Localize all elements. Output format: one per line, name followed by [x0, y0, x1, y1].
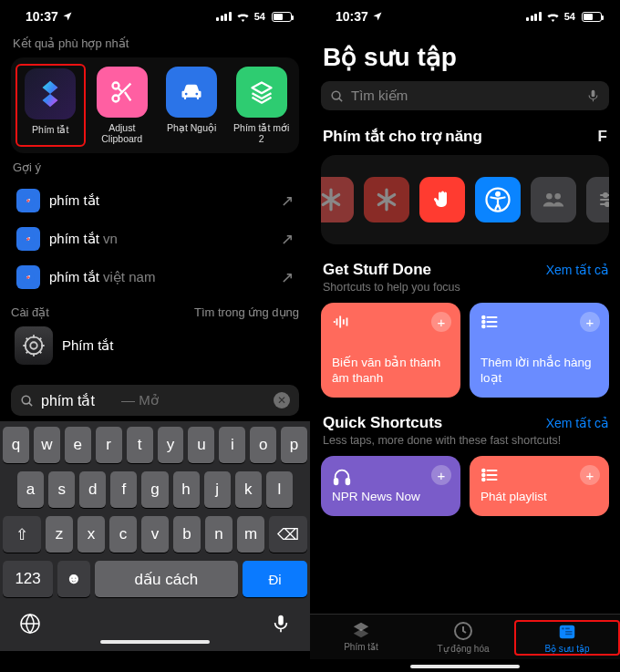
a11y-shortcut-1[interactable]	[364, 177, 409, 222]
key-l[interactable]: l	[266, 471, 293, 508]
key-u[interactable]: u	[188, 427, 214, 463]
home-indicator[interactable]	[100, 640, 210, 644]
key-c[interactable]: c	[109, 516, 137, 553]
key-b[interactable]: b	[173, 516, 201, 553]
app-icon	[166, 67, 217, 118]
search-icon	[330, 89, 344, 103]
key-d[interactable]: d	[79, 471, 106, 508]
key-space[interactable]: dấu cách	[95, 561, 239, 597]
search-input[interactable]	[41, 392, 114, 408]
search-in-app-link[interactable]: Tìm trong ứng dụng	[194, 305, 299, 319]
app-phím-tắt-mới-2[interactable]: Phím tắt mới 2	[232, 67, 293, 144]
tab-label: Phím tắt	[344, 642, 378, 652]
battery-pct: 54	[254, 11, 265, 22]
settings-result[interactable]: Phím tắt	[11, 319, 299, 372]
key-w[interactable]: w	[34, 427, 60, 463]
svg-point-18	[605, 202, 609, 206]
key-s[interactable]: s	[48, 471, 75, 508]
location-icon	[62, 11, 73, 22]
key-f[interactable]: f	[110, 471, 137, 508]
search-field[interactable]: — Mở ✕	[11, 385, 299, 416]
grid-icon	[556, 622, 578, 642]
tab-phím-tắt[interactable]: Phím tắt	[310, 620, 412, 656]
compass-icon	[16, 227, 40, 251]
key-y[interactable]: y	[158, 427, 184, 463]
key-e[interactable]: e	[65, 427, 91, 463]
key-k[interactable]: k	[235, 471, 262, 508]
key-p[interactable]: p	[281, 427, 307, 463]
phone-right-gallery: 10:37 54 Bộ sưu tập Tìm kiếm Phím tắt ch…	[310, 0, 620, 672]
svg-point-25	[482, 474, 485, 477]
qs-see-all[interactable]: Xem tất cả	[546, 416, 609, 430]
a11y-shortcut-4[interactable]	[531, 177, 576, 222]
key-n[interactable]: n	[205, 516, 232, 553]
search-hint: — Mở	[121, 392, 266, 408]
key-⌫[interactable]: ⌫	[269, 516, 307, 553]
tab-bộ-sưu-tập[interactable]: Bộ sưu tập	[514, 620, 620, 656]
key-x[interactable]: x	[78, 516, 105, 553]
a11y-shortcut-0[interactable]	[321, 177, 354, 222]
key-q[interactable]: q	[3, 427, 29, 463]
clock: 10:37	[336, 9, 368, 24]
suggestion-item[interactable]: phím tắt↗	[11, 181, 299, 220]
mic-icon[interactable]	[586, 88, 600, 104]
shortcut-card[interactable]: +NPR News Now	[321, 456, 460, 516]
add-button[interactable]: +	[431, 465, 451, 485]
gear-icon	[15, 326, 53, 365]
key-g[interactable]: g	[141, 471, 168, 508]
suggestion-item[interactable]: phím tắt vn↗	[11, 220, 299, 258]
a11y-shortcut-5[interactable]	[586, 177, 609, 222]
tab-tự-động-hóa[interactable]: Tự động hóa	[412, 620, 514, 656]
key-j[interactable]: j	[204, 471, 231, 508]
svg-point-19	[482, 316, 485, 319]
tab-label: Tự động hóa	[437, 644, 489, 654]
a11y-shortcut-3[interactable]	[475, 177, 521, 222]
svg-rect-11	[592, 90, 595, 98]
add-button[interactable]: +	[580, 312, 600, 332]
a11y-shortcut-2[interactable]	[419, 177, 465, 222]
add-button[interactable]: +	[431, 312, 451, 332]
clear-search-button[interactable]: ✕	[274, 392, 290, 408]
app-adjust-clipboard[interactable]: Adjust Clipboard	[92, 67, 153, 144]
battery-pct: 54	[564, 11, 575, 22]
suggestion-item[interactable]: phím tắt việt nam↗	[11, 258, 299, 296]
key-z[interactable]: z	[46, 516, 73, 553]
key-r[interactable]: r	[96, 427, 122, 463]
app-icon	[236, 67, 287, 118]
home-indicator[interactable]	[410, 665, 520, 668]
svg-point-0	[112, 83, 119, 89]
app-phạt-nguội[interactable]: Phạt Nguội	[161, 67, 222, 144]
shortcut-card[interactable]: +Biến văn bản thành âm thanh	[321, 303, 460, 398]
suggestion-text: phím tắt việt nam	[49, 269, 272, 285]
qs-sub: Less taps, more done with these fast sho…	[323, 434, 607, 447]
clock: 10:37	[26, 9, 58, 24]
key-a[interactable]: a	[17, 471, 44, 508]
key-i[interactable]: i	[219, 427, 245, 463]
suggestion-text: phím tắt vn	[49, 231, 272, 247]
settings-section-label: Cài đặt	[11, 305, 49, 319]
key-go[interactable]: Đi	[243, 561, 307, 597]
key-o[interactable]: o	[250, 427, 276, 463]
key-h[interactable]: h	[173, 471, 200, 508]
svg-point-1	[112, 96, 119, 102]
svg-point-6	[30, 342, 36, 348]
key-m[interactable]: m	[237, 516, 264, 553]
app-phím-tắt[interactable]: Phím tắt	[16, 64, 86, 147]
mic-icon[interactable]	[271, 614, 291, 634]
key-t[interactable]: t	[127, 427, 153, 463]
gsd-see-all[interactable]: Xem tất cả	[546, 263, 609, 277]
key-123[interactable]: 123	[3, 561, 53, 597]
key-⇧[interactable]: ⇧	[3, 516, 41, 553]
shortcut-card[interactable]: +Phát playlist	[470, 456, 609, 516]
globe-icon[interactable]	[19, 613, 41, 635]
gallery-search[interactable]: Tìm kiếm	[321, 81, 609, 110]
shortcut-card[interactable]: +Thêm lời nhắc hàng loạt	[470, 303, 609, 398]
battery-icon	[582, 12, 602, 22]
svg-rect-9	[278, 615, 284, 625]
arrow-ne-icon: ↗	[281, 230, 294, 249]
key-v[interactable]: v	[141, 516, 169, 553]
gsd-heading: Get Stuff Done	[323, 261, 431, 279]
add-button[interactable]: +	[580, 465, 600, 485]
a11y-carousel[interactable]	[321, 155, 609, 244]
key-emoji[interactable]: ☻	[57, 561, 89, 597]
